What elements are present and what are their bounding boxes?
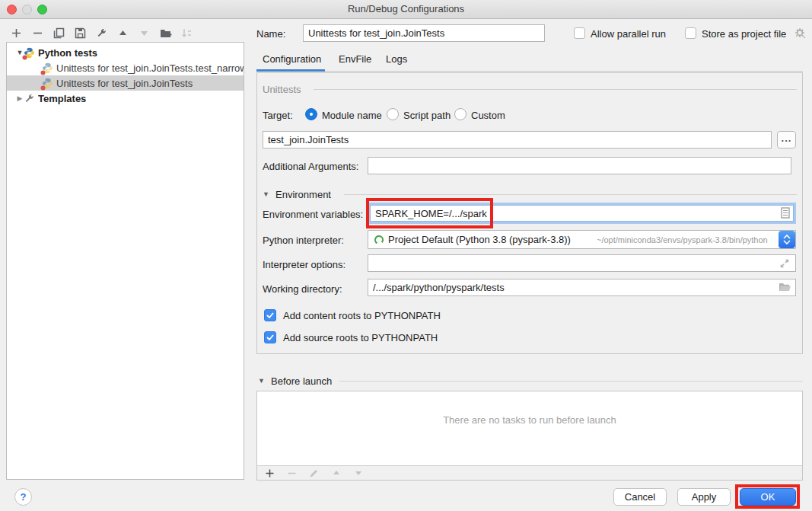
environment-variables-label: Environment variables: [263, 209, 363, 220]
python-interpreter-label: Python interpreter: [263, 235, 344, 246]
edit-icon[interactable] [307, 467, 320, 480]
environment-section-divider [344, 194, 797, 195]
add-content-roots-checkbox[interactable] [264, 309, 276, 321]
edit-defaults-icon[interactable] [95, 27, 108, 40]
store-as-project-file-checkbox[interactable] [685, 27, 696, 39]
radio-script-path[interactable] [387, 108, 399, 120]
interpreter-options-input[interactable] [368, 254, 796, 272]
window-title: Run/Debug Configurations [0, 3, 812, 14]
add-source-roots-label: Add source roots to PYTHONPATH [283, 332, 438, 343]
run-badge-icon [40, 70, 46, 75]
collapse-triangle-icon[interactable]: ▼ [258, 377, 265, 385]
additional-arguments-input[interactable] [368, 157, 791, 174]
tree-item-templates[interactable]: ▶ Templates [7, 91, 244, 106]
run-badge-icon [40, 85, 46, 91]
add-content-roots-label: Add content roots to PYTHONPATH [283, 310, 441, 321]
run-badge-icon [22, 55, 27, 60]
browse-button[interactable]: ... [777, 131, 796, 149]
radio-module-name[interactable] [305, 108, 317, 120]
move-down-icon[interactable] [138, 27, 151, 40]
conda-env-icon [374, 235, 384, 245]
interpreter-options-label: Interpreter options: [263, 259, 345, 270]
tree-item-label: Unittests for test_join.JoinTests [56, 78, 193, 89]
before-launch-toolbar [256, 465, 803, 481]
radio-module-name-label: Module name [322, 110, 382, 121]
python-interpreter-select[interactable]: Project Default (Python 3.8 (pyspark-3.8… [368, 230, 796, 249]
configurations-toolbar [10, 25, 193, 40]
active-tab-indicator [256, 69, 325, 72]
tree-item-label: Unittests for test_join.JoinTests.test_n… [56, 62, 244, 74]
remove-icon[interactable] [285, 467, 298, 480]
configurations-tree: ▼ Python tests Unittests for test_join.J… [6, 42, 244, 480]
environment-section-label: Environment [275, 189, 331, 200]
help-question-icon: ? [21, 491, 27, 503]
gear-icon[interactable] [794, 27, 807, 40]
apply-button[interactable]: Apply [677, 488, 731, 506]
add-icon[interactable] [263, 467, 276, 480]
tab-divider [325, 71, 803, 72]
python-interpreter-path: ~/opt/miniconda3/envs/pyspark-3.8/bin/py… [597, 235, 768, 244]
move-down-icon[interactable] [352, 467, 365, 480]
tab-logs[interactable]: Logs [386, 53, 407, 65]
working-directory-input[interactable] [368, 279, 796, 296]
tree-item-label: Templates [38, 93, 86, 104]
group-title-divider [314, 89, 797, 90]
python-tests-icon [24, 47, 35, 59]
python-interpreter-value: Project Default (Python 3.8 (pyspark-3.8… [388, 234, 571, 245]
name-input[interactable] [303, 24, 545, 42]
remove-icon[interactable] [31, 27, 44, 40]
before-launch-section-label: Before launch [271, 375, 332, 387]
before-launch-task-list: There are no tasks to run before launch [256, 391, 803, 466]
python-test-icon [42, 62, 53, 74]
annotation-box-env-variables [366, 198, 493, 228]
allow-parallel-run-label: Allow parallel run [591, 28, 666, 40]
templates-icon [24, 93, 35, 104]
add-source-roots-checkbox[interactable] [264, 331, 276, 343]
add-icon[interactable] [10, 27, 23, 40]
chevron-right-icon[interactable]: ▶ [16, 94, 24, 102]
tree-item-python-tests[interactable]: ▼ Python tests [7, 45, 244, 60]
name-label: Name: [256, 28, 285, 40]
expand-field-icon[interactable] [779, 258, 790, 269]
tree-item-label: Python tests [38, 47, 97, 59]
radio-script-path-label: Script path [403, 110, 451, 121]
title-bar: Run/Debug Configurations [0, 0, 812, 19]
before-launch-divider [339, 381, 803, 382]
cancel-button[interactable]: Cancel [613, 488, 667, 506]
before-launch-empty-message: There are no tasks to run before launch [257, 414, 802, 426]
move-up-icon[interactable] [330, 467, 342, 480]
python-test-icon [42, 78, 53, 89]
env-variables-list-icon[interactable] [781, 207, 790, 219]
tab-envfile[interactable]: EnvFile [339, 53, 371, 65]
folder-icon[interactable] [779, 282, 791, 292]
combo-stepper-icon[interactable] [779, 231, 795, 248]
help-button[interactable]: ? [14, 488, 32, 506]
radio-custom[interactable] [454, 108, 467, 120]
working-directory-label: Working directory: [263, 283, 342, 295]
copy-icon[interactable] [53, 27, 65, 40]
tab-configuration[interactable]: Configuration [263, 53, 321, 65]
tree-item-unittests-test-narrow[interactable]: Unittests for test_join.JoinTests.test_n… [7, 60, 244, 75]
allow-parallel-run-checkbox[interactable] [574, 27, 585, 39]
new-folder-icon[interactable] [159, 27, 172, 40]
unittests-group-title: Unittests [263, 84, 301, 95]
target-input[interactable] [263, 131, 772, 149]
target-label: Target: [263, 110, 293, 121]
save-icon[interactable] [74, 27, 87, 40]
move-up-icon[interactable] [116, 27, 129, 40]
store-as-project-file-label: Store as project file [702, 28, 786, 40]
sort-icon[interactable] [180, 27, 193, 40]
additional-arguments-label: Additional Arguments: [263, 161, 358, 172]
tree-item-unittests-jointests-selected[interactable]: Unittests for test_join.JoinTests [7, 75, 244, 91]
radio-custom-label: Custom [471, 110, 505, 121]
collapse-triangle-icon[interactable]: ▼ [263, 190, 269, 198]
annotation-box-ok-button [735, 484, 800, 509]
